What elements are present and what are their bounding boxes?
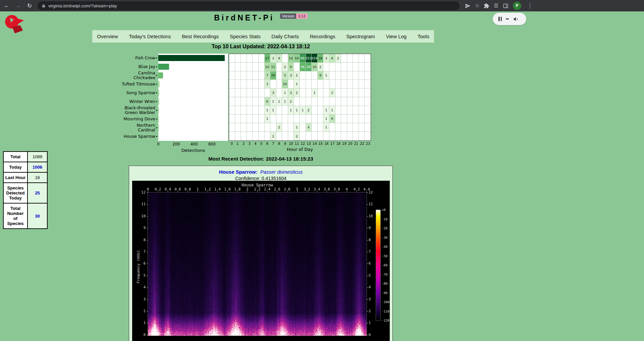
heatmap-cell	[341, 80, 347, 89]
heatmap-cell: 6	[265, 97, 271, 106]
stats-value-link[interactable]: 1006	[33, 165, 42, 170]
heatmap-cell: 1	[288, 106, 294, 115]
spectro-y-tick-label: 5	[136, 273, 146, 277]
x-axis-tick-label: 4	[253, 142, 259, 146]
nav-item-best-recordings[interactable]: Best Recordings	[182, 34, 219, 39]
browser-forward-button[interactable]: →	[13, 1, 23, 10]
confidence-label: Confidence:	[235, 176, 260, 181]
browser-menu-button[interactable]: ⋮	[526, 2, 534, 9]
spectro-x-tick	[277, 191, 277, 192]
nav-item-overview[interactable]: Overview	[97, 34, 118, 39]
heatmap-cell	[341, 89, 347, 97]
heatmap-cell	[359, 54, 365, 63]
heatmap-cell: 1	[329, 106, 335, 115]
heatmap-cell	[253, 123, 259, 132]
browser-reload-button[interactable]: ↻	[25, 1, 34, 10]
nav-item-recordings[interactable]: Recordings	[310, 34, 335, 39]
pause-button[interactable]	[498, 17, 502, 21]
colorbar-tick-label: -80	[382, 282, 390, 285]
spectro-y-tick	[147, 299, 148, 300]
colorbar-tick-label: -30	[382, 236, 390, 239]
x-axis-tick-label: 10	[288, 142, 294, 146]
nav-item-spectrogram[interactable]: Spectrogram	[346, 34, 375, 39]
heatmap-cell: 2	[294, 132, 300, 140]
nav-item-daily-charts[interactable]: Daily Charts	[271, 34, 299, 39]
heatmap-cell	[347, 80, 353, 89]
heatmap-cell	[259, 115, 265, 123]
heatmap-cell	[306, 97, 312, 106]
spectro-y-tick-label: 4	[369, 285, 379, 289]
x-axis-tick-label: 3	[247, 142, 253, 146]
heatmap-cell	[294, 115, 300, 123]
heatmap-cell	[306, 89, 312, 97]
send-to-device-icon[interactable]	[465, 3, 471, 9]
heatmap-cell	[312, 123, 318, 132]
volume-button[interactable]	[513, 16, 519, 22]
heatmap-cell	[282, 132, 288, 140]
heatmap-cell	[229, 71, 235, 80]
nav-item-today-s-detections[interactable]: Today's Detections	[129, 34, 171, 39]
bookmark-star-icon[interactable]: ☆	[475, 3, 479, 9]
heatmap-cell: 1	[265, 115, 271, 123]
x-axis-tick-label: 13	[306, 142, 312, 146]
heatmap-cell: 5	[282, 71, 288, 80]
x-axis-tick-label: 23	[365, 142, 371, 146]
side-panel-icon[interactable]	[503, 3, 508, 9]
heatmap-cell	[365, 89, 371, 97]
heatmap-cell	[353, 63, 359, 71]
stats-label: Total Number of Species	[3, 203, 28, 229]
browser-toolbar: ← → ↻ virginia.birdnetpi.com/?stream=pla…	[0, 0, 644, 11]
stats-value-link[interactable]: 30	[35, 214, 40, 219]
species-axis-tick	[156, 58, 157, 58]
heatmap-cell	[335, 106, 341, 115]
x-axis-tick-label: 400	[191, 142, 198, 147]
heatmap-cell	[282, 106, 288, 115]
nav-item-species-stats[interactable]: Species Stats	[230, 34, 261, 39]
nav-item-view-log[interactable]: View Log	[386, 34, 407, 39]
address-bar[interactable]: virginia.birdnetpi.com/?stream=play	[38, 1, 460, 10]
detection-count-bar	[158, 133, 159, 139]
reading-list-icon[interactable]: ☰	[494, 3, 498, 9]
x-axis-tick-label: 12	[300, 142, 306, 146]
heatmap-cell	[341, 132, 347, 140]
heatmap-cell	[365, 71, 371, 80]
heatmap-cell	[347, 89, 353, 97]
nav-item-tools[interactable]: Tools	[418, 34, 429, 39]
species-axis-tick	[156, 110, 157, 111]
spectro-x-tick	[257, 191, 258, 192]
audio-timeline[interactable]	[506, 18, 509, 19]
heatmap-cell	[347, 97, 353, 106]
spectro-y-tick	[147, 335, 148, 335]
stats-value-link[interactable]: 25	[35, 190, 40, 195]
heatmap-cell	[353, 89, 359, 97]
heatmap-cell	[329, 63, 335, 71]
detection-count-bar	[158, 116, 159, 122]
spectro-x-tick-label: 1	[197, 187, 199, 191]
heatmap-cell: 1	[270, 106, 276, 115]
heatmap-cell	[359, 89, 365, 97]
bar-x-axis: 0200400600	[158, 142, 228, 146]
spectro-x-tick-label: 2.2	[254, 187, 261, 191]
heatmap-cell: 68	[300, 54, 306, 63]
heatmap-cell	[359, 132, 365, 140]
spectro-y-tick-label: 10	[369, 214, 379, 218]
extensions-puzzle-icon[interactable]	[484, 3, 489, 9]
heatmap-cell	[265, 132, 271, 140]
heatmap-cell: 2	[318, 63, 324, 71]
stats-table: Total1089Today1006Last Hour16Species Det…	[3, 151, 48, 229]
heatmap-cell	[347, 54, 353, 63]
species-link[interactable]: House Sparrow:	[219, 169, 258, 175]
heatmap-cell	[318, 80, 324, 89]
browser-action-icons: ☆ ☰ P ⋮	[465, 2, 534, 10]
spectro-x-tick-label: 0.8	[184, 187, 191, 191]
heatmap-cell	[241, 71, 247, 80]
profile-avatar[interactable]: P	[513, 2, 521, 10]
heatmap-cell	[306, 115, 312, 123]
spectro-y-tick	[367, 192, 368, 193]
heatmap-cell	[259, 71, 265, 80]
spectro-x-tick	[168, 191, 168, 192]
spectro-x-tick-label: 3.6	[324, 187, 330, 191]
heatmap-cell	[312, 115, 318, 123]
x-axis-tick-label: 21	[353, 142, 359, 146]
browser-back-button[interactable]: ←	[2, 1, 11, 10]
